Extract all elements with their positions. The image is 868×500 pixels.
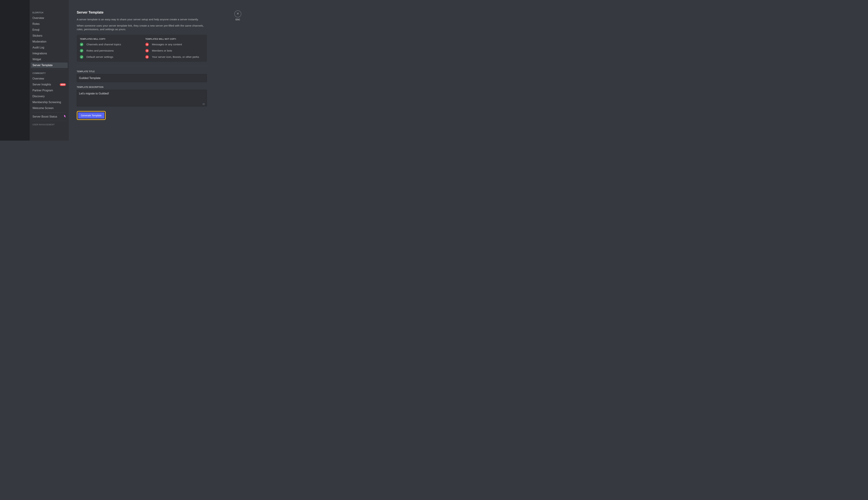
sidebar-divider: [33, 69, 66, 70]
sidebar-item-label: Roles: [33, 22, 39, 25]
close-label: ESC: [236, 19, 240, 21]
check-icon: [80, 43, 83, 46]
sidebar-item-label: Emoji: [33, 28, 39, 32]
sidebar-item-label: Moderation: [33, 40, 46, 43]
sidebar-section-server: ELDRITCH: [31, 10, 68, 15]
content-area: ESC Server Template A server template is…: [69, 0, 250, 141]
server-rail: [0, 0, 30, 141]
template-description-label: TEMPLATE DESCRIPTION: [77, 86, 207, 88]
sidebar-item-server-insights[interactable]: Server Insights NEW: [31, 82, 68, 87]
sidebar-item-label: Server Boost Status: [33, 115, 57, 118]
cross-icon: [145, 43, 149, 46]
sidebar-item-audit-log[interactable]: Audit Log: [31, 45, 68, 50]
check-icon: [80, 55, 83, 59]
page-title: Server Template: [77, 10, 207, 14]
close-area: ESC: [235, 10, 241, 21]
page-description-2: When someone uses your server template l…: [77, 24, 207, 31]
sidebar-item-server-boost-status[interactable]: Server Boost Status: [31, 114, 68, 120]
copy-item-label: Default server settings: [87, 55, 113, 58]
sidebar-item-label: Integrations: [33, 52, 47, 55]
wont-copy-title: TEMPLATES WILL NOT COPY:: [145, 38, 204, 40]
sidebar-item-label: Audit Log: [33, 46, 44, 49]
copy-item-label: Your server icon, Boosts, or other perks: [152, 55, 199, 58]
sidebar-item-membership-screening[interactable]: Membership Screening: [31, 100, 68, 105]
wont-copy-item: Your server icon, Boosts, or other perks: [145, 55, 204, 59]
sidebar-divider: [33, 112, 66, 113]
sidebar-item-label: Server Insights: [33, 83, 51, 86]
wont-copy-item: Messages or any content: [145, 43, 204, 46]
wont-copy-item: Members or bots: [145, 49, 204, 53]
close-icon: [237, 12, 239, 16]
sidebar-item-label: Stickers: [33, 34, 42, 37]
close-button[interactable]: [235, 10, 241, 18]
sidebar-item-label: Server Template: [33, 64, 53, 67]
sidebar-item-moderation[interactable]: Moderation: [31, 39, 68, 44]
template-copy-box: TEMPLATES WILL COPY: Channels and channe…: [77, 35, 207, 62]
sidebar-item-overview[interactable]: Overview: [31, 15, 68, 21]
sidebar-item-partner-program[interactable]: Partner Program: [31, 88, 68, 93]
sidebar-item-label: Discovery: [33, 95, 45, 98]
sidebar-item-widget[interactable]: Widget: [31, 57, 68, 62]
new-badge: NEW: [60, 83, 66, 86]
char-count: 95: [203, 103, 205, 105]
sidebar-item-discovery[interactable]: Discovery: [31, 93, 68, 99]
sidebar-item-welcome-screen[interactable]: Welcome Screen: [31, 105, 68, 111]
wont-copy-column: TEMPLATES WILL NOT COPY: Messages or any…: [145, 38, 204, 59]
boost-icon: [64, 115, 66, 118]
cross-icon: [145, 49, 149, 53]
sidebar-item-server-template[interactable]: Server Template: [31, 62, 68, 68]
sidebar-item-stickers[interactable]: Stickers: [31, 33, 68, 38]
will-copy-item: Roles and permissions: [80, 49, 138, 53]
sidebar-section-community: COMMUNITY: [31, 71, 68, 76]
sidebar-item-label: Membership Screening: [33, 101, 61, 104]
will-copy-item: Default server settings: [80, 55, 138, 59]
sidebar-item-integrations[interactable]: Integrations: [31, 51, 68, 56]
sidebar-item-emoji[interactable]: Emoji: [31, 27, 68, 33]
highlight-ring: Generate Template: [77, 111, 106, 120]
sidebar-item-label: Overview: [33, 16, 44, 20]
sidebar-item-label: Welcome Screen: [33, 106, 54, 110]
generate-template-button[interactable]: Generate Template: [78, 112, 104, 118]
sidebar-item-roles[interactable]: Roles: [31, 21, 68, 27]
sidebar-item-label: Widget: [33, 58, 41, 61]
check-icon: [80, 49, 83, 53]
copy-item-label: Messages or any content: [152, 43, 182, 46]
sidebar-item-label: Overview: [33, 77, 44, 80]
cross-icon: [145, 55, 149, 59]
copy-item-label: Roles and permissions: [87, 49, 114, 52]
template-title-label: TEMPLATE TITLE: [77, 70, 207, 73]
will-copy-item: Channels and channel topics: [80, 43, 138, 46]
template-title-input[interactable]: [77, 74, 207, 82]
will-copy-title: TEMPLATES WILL COPY:: [80, 38, 138, 40]
template-description-wrap: 95: [77, 90, 207, 107]
sidebar-section-user-management: USER MANAGEMENT: [31, 122, 68, 127]
page-description-1: A server template is an easy way to shar…: [77, 18, 207, 21]
divider: [77, 66, 207, 66]
copy-item-label: Channels and channel topics: [87, 43, 121, 46]
will-copy-column: TEMPLATES WILL COPY: Channels and channe…: [80, 38, 138, 59]
settings-sidebar: ELDRITCH Overview Roles Emoji Stickers M…: [30, 0, 69, 141]
sidebar-item-community-overview[interactable]: Overview: [31, 76, 68, 81]
copy-item-label: Members or bots: [152, 49, 172, 52]
template-description-input[interactable]: [77, 90, 207, 106]
sidebar-item-label: Partner Program: [33, 89, 53, 92]
